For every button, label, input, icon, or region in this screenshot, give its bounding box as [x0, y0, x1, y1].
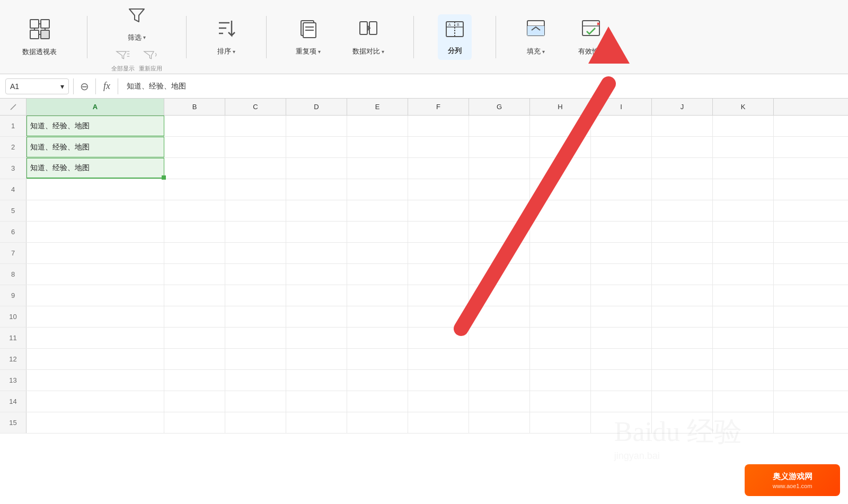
cell-d2[interactable]	[286, 137, 347, 157]
toolbar-show-all[interactable]: 全部显示	[111, 50, 135, 73]
col-header-g[interactable]: G	[469, 99, 530, 115]
table-row: 9	[0, 285, 848, 306]
separator-5	[496, 16, 496, 58]
svg-rect-21	[360, 22, 367, 34]
col-header-h[interactable]: H	[530, 99, 591, 115]
row-num-1: 1	[0, 116, 26, 136]
col-header-i[interactable]: I	[591, 99, 652, 115]
compare-label-row: 数据对比 ▾	[352, 47, 384, 56]
cell-k3[interactable]	[713, 158, 774, 179]
toolbar-filter[interactable]: 筛选 ▾	[122, 2, 152, 47]
toolbar-fill[interactable]: 填充 ▾	[520, 13, 552, 60]
cell-j1[interactable]	[652, 116, 713, 136]
filter-label-row: 筛选 ▾	[128, 33, 146, 42]
table-row: 6	[0, 222, 848, 243]
cell-e2[interactable]	[347, 137, 408, 157]
cell-d1[interactable]	[286, 116, 347, 136]
cell-h3[interactable]	[530, 158, 591, 179]
table-row: 14	[0, 391, 848, 412]
svg-marker-8	[129, 9, 144, 22]
cell-ref-box[interactable]: A1 ▾	[5, 78, 69, 94]
cell-i3[interactable]	[591, 158, 652, 179]
col-header-f[interactable]: F	[408, 99, 469, 115]
separator-3	[266, 16, 267, 58]
table-row: 5	[0, 200, 848, 222]
logo-line2: www.aoe1.com	[773, 483, 812, 489]
cell-e1[interactable]	[347, 116, 408, 136]
fill-icon	[525, 17, 546, 43]
svg-rect-1	[41, 20, 49, 28]
toolbar-pivot[interactable]: 数据透视表	[16, 13, 63, 61]
cell-i2[interactable]	[591, 137, 652, 157]
formula-divider	[73, 78, 74, 94]
svg-rect-3	[41, 30, 49, 39]
cell-d3[interactable]	[286, 158, 347, 179]
cell-k1[interactable]	[713, 116, 774, 136]
validity-dropdown-arrow: ▾	[600, 49, 603, 55]
col-header-a[interactable]: A	[26, 99, 164, 115]
table-row: 11	[0, 328, 848, 349]
cell-b3[interactable]	[164, 158, 225, 179]
col-header-b[interactable]: B	[164, 99, 225, 115]
cell-c1[interactable]	[225, 116, 286, 136]
cell-k2[interactable]	[713, 137, 774, 157]
col-header-d[interactable]: D	[286, 99, 347, 115]
cell-c2[interactable]	[225, 137, 286, 157]
sort-dropdown-arrow: ▾	[233, 49, 235, 55]
cell-i1[interactable]	[591, 116, 652, 136]
validity-label-row: 有效性 ▾	[578, 47, 603, 56]
formula-divider-3	[118, 78, 118, 94]
cell-b1[interactable]	[164, 116, 225, 136]
cell-f2[interactable]	[408, 137, 469, 157]
selection-handle[interactable]	[162, 175, 166, 180]
cell-a2[interactable]: 知道、经验、地图	[26, 137, 164, 157]
reapply-icon	[143, 50, 158, 63]
col-header-e[interactable]: E	[347, 99, 408, 115]
toolbar-reapply[interactable]: 重新应用	[139, 50, 162, 73]
svg-text:A: A	[448, 23, 451, 26]
table-row: 12	[0, 349, 848, 370]
cell-g3[interactable]	[469, 158, 530, 179]
table-row: 4	[0, 179, 848, 200]
svg-text:B: B	[457, 23, 460, 26]
svg-rect-2	[30, 30, 39, 39]
toolbar: 数据透视表 筛选 ▾	[0, 0, 848, 74]
cell-j2[interactable]	[652, 137, 713, 157]
cell-e3[interactable]	[347, 158, 408, 179]
logo-line1: 奥义游戏网	[773, 472, 812, 482]
filter-label: 筛选	[128, 33, 142, 42]
svg-marker-13	[144, 51, 154, 59]
cell-ref-dropdown[interactable]: ▾	[60, 82, 64, 91]
toolbar-validity[interactable]: 有效性 ▾	[573, 13, 608, 60]
toolbar-duplicate[interactable]: 重复项 ▾	[290, 13, 326, 60]
duplicate-label-row: 重复项 ▾	[296, 47, 321, 56]
cell-a3[interactable]: 知道、经验、地图	[26, 158, 164, 179]
col-header-c[interactable]: C	[225, 99, 286, 115]
fx-icon[interactable]: fx	[100, 81, 113, 92]
zoom-search-icon[interactable]: ⊖	[78, 78, 91, 95]
toolbar-split[interactable]: A B 分列	[438, 14, 472, 60]
cell-g2[interactable]	[469, 137, 530, 157]
cell-g1[interactable]	[469, 116, 530, 136]
cell-h1[interactable]	[530, 116, 591, 136]
cell-a1[interactable]: 知道、经验、地图	[26, 116, 164, 136]
col-header-k[interactable]: K	[713, 99, 774, 115]
cell-c3[interactable]	[225, 158, 286, 179]
sort-label-row: 排序 ▾	[217, 47, 235, 56]
cell-f1[interactable]	[408, 116, 469, 136]
cell-f3[interactable]	[408, 158, 469, 179]
compare-dropdown-arrow: ▾	[382, 49, 384, 55]
toolbar-sort[interactable]: 排序 ▾	[210, 13, 242, 60]
formula-input[interactable]: 知道、经验、地图	[122, 82, 843, 91]
cell-j3[interactable]	[652, 158, 713, 179]
fill-label: 填充	[527, 47, 541, 56]
sort-icon	[216, 17, 237, 43]
filter-icon	[127, 6, 146, 30]
svg-rect-32	[582, 21, 599, 36]
separator-1	[87, 16, 87, 58]
toolbar-compare[interactable]: 数据对比 ▾	[347, 13, 390, 60]
col-header-j[interactable]: J	[652, 99, 713, 115]
formula-divider-2	[95, 78, 96, 94]
cell-b2[interactable]	[164, 137, 225, 157]
cell-h2[interactable]	[530, 137, 591, 157]
